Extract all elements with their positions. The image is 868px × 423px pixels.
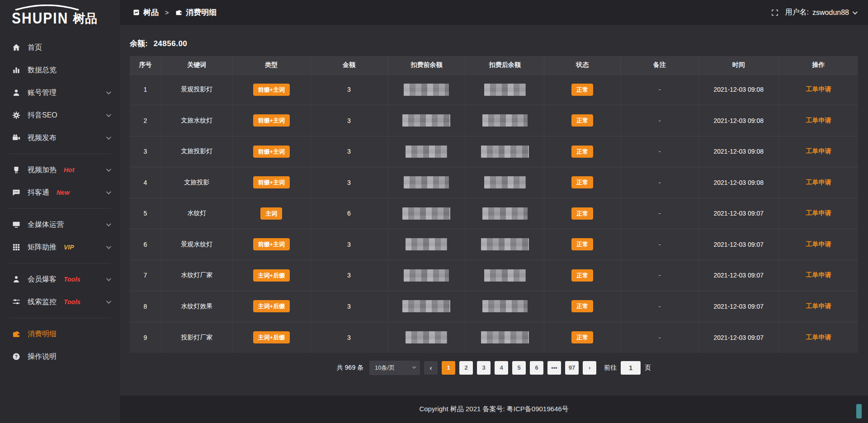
cell-amount: 3	[311, 229, 388, 260]
sidebar-item-instructions[interactable]: ? 操作说明	[0, 345, 120, 368]
cell-keyword: 水纹灯	[161, 198, 232, 229]
sidebar-item-data-overview[interactable]: 数据总览	[0, 59, 120, 81]
ticket-apply-link[interactable]: 工单申请	[806, 334, 831, 341]
status-badge: 正常	[571, 331, 593, 343]
prev-page-button[interactable]: ‹	[424, 361, 438, 375]
sidebar-item-label: 会员爆客	[28, 275, 57, 284]
sidebar-item-video-heat[interactable]: 视频加热 Hot	[0, 159, 120, 181]
sidebar-item-member-boom[interactable]: 会员爆客 Tools	[0, 268, 120, 291]
masked-balance	[404, 176, 449, 188]
cell-remark: -	[621, 105, 698, 136]
user-menu[interactable]: 用户名: zswodun88	[785, 8, 856, 17]
table-row: 8 水纹灯效果 主词+后缀 3 正常 - 2021-12-03 09:07 工单…	[130, 291, 858, 322]
cell-remark: -	[621, 136, 698, 167]
cell-remark: -	[621, 198, 698, 229]
masked-balance	[402, 300, 450, 312]
col-header-status: 状态	[544, 56, 621, 74]
masked-balance	[402, 207, 450, 220]
report-icon	[132, 9, 140, 16]
ticket-apply-link[interactable]: 工单申请	[806, 117, 831, 124]
cell-action: 工单申请	[778, 74, 858, 105]
chevron-down-icon	[106, 135, 111, 140]
page-size-select[interactable]: 10条/页	[369, 361, 420, 375]
table-row: 3 文旅投影灯 前缀+主词 3 正常 - 2021-12-03 09:08 工单…	[130, 136, 858, 167]
cell-no: 7	[130, 260, 161, 291]
sidebar-item-label: 操作说明	[28, 352, 57, 362]
sidebar-menu: 首页 数据总览 账号管理 抖音SEO 视频发布	[0, 30, 120, 423]
gear-icon	[12, 111, 21, 120]
sidebar-divider	[9, 263, 111, 263]
status-badge: 正常	[571, 176, 593, 188]
cell-status: 正常	[544, 105, 621, 136]
col-header-remark: 备注	[621, 56, 698, 74]
cell-keyword: 文旅水纹灯	[161, 105, 232, 136]
ticket-apply-link[interactable]: 工单申请	[806, 147, 831, 155]
sidebar-item-home[interactable]: 首页	[0, 36, 120, 59]
main-content: 余额: 24856.00 序号 关键词 类型 金额 扣费前余额 扣费后余额	[120, 25, 868, 395]
sidebar-item-media-ops[interactable]: 全媒体运营	[0, 213, 120, 236]
cell-time: 2021-12-03 09:07	[698, 198, 778, 229]
sidebar-item-douyin-seo[interactable]: 抖音SEO	[0, 104, 120, 127]
cell-post-balance	[466, 260, 544, 291]
page-button-1[interactable]: 1	[442, 361, 455, 375]
sidebar-item-label: 全媒体运营	[28, 220, 64, 230]
page-button-97[interactable]: 97	[565, 361, 579, 375]
hot-tag: Hot	[64, 166, 74, 174]
breadcrumb-item-home[interactable]: 树品	[132, 7, 159, 18]
sidebar-item-label: 视频发布	[28, 133, 57, 143]
cell-keyword: 文旅投影灯	[161, 136, 232, 167]
cell-amount: 3	[311, 167, 388, 198]
ticket-apply-link[interactable]: 工单申请	[806, 302, 831, 310]
sidebar-item-label: 抖音SEO	[28, 111, 57, 120]
chevron-down-icon	[853, 9, 858, 14]
page-button-6[interactable]: 6	[530, 361, 543, 375]
sidebar-item-label: 矩阵助推	[28, 243, 57, 252]
page-ellipsis-button[interactable]: •••	[547, 361, 561, 375]
ticket-apply-link[interactable]: 工单申请	[806, 85, 831, 93]
logo-text-cn: 树品	[73, 10, 97, 27]
cell-status: 正常	[544, 260, 621, 291]
sidebar-item-matrix-boost[interactable]: 矩阵助推 VIP	[0, 236, 120, 258]
next-page-button[interactable]: ›	[583, 361, 596, 375]
fullscreen-icon[interactable]	[771, 9, 779, 17]
col-header-type: 类型	[232, 56, 310, 74]
ticket-apply-link[interactable]: 工单申请	[806, 271, 831, 278]
heat-icon	[12, 165, 21, 174]
ticket-apply-link[interactable]: 工单申请	[806, 240, 831, 248]
copyright-text: Copyright 树品 2021 备案号: 粤ICP备09019646号	[419, 405, 568, 414]
username-value: zswodun88	[812, 9, 849, 17]
cell-no: 3	[130, 136, 161, 167]
cell-action: 工单申请	[778, 291, 858, 322]
type-badge: 主词+后缀	[253, 331, 290, 343]
ticket-apply-link[interactable]: 工单申请	[806, 179, 831, 186]
col-header-amount: 金额	[311, 56, 388, 74]
sidebar-item-douketong[interactable]: 抖客通 New	[0, 181, 120, 204]
sidebar-item-lead-monitor[interactable]: 线索监控 Tools	[0, 291, 120, 313]
breadcrumb-item-current[interactable]: 消费明细	[175, 7, 217, 18]
breadcrumb-separator: >	[165, 9, 169, 16]
sidebar-item-consumption-detail[interactable]: 消费明细	[0, 323, 120, 345]
cell-type: 前缀+主词	[232, 105, 310, 136]
goto-page-input[interactable]	[621, 361, 641, 375]
table-row: 6 景观水纹灯 前缀+主词 3 正常 - 2021-12-03 09:07 工单…	[130, 229, 858, 260]
floating-widget[interactable]	[856, 404, 862, 418]
sidebar-item-account[interactable]: 账号管理	[0, 81, 120, 104]
cell-pre-balance	[387, 260, 465, 291]
consumption-table: 序号 关键词 类型 金额 扣费前余额 扣费后余额 状态 备注 时间 操作 1	[130, 56, 858, 353]
breadcrumb-label: 树品	[143, 7, 159, 18]
cell-amount: 6	[311, 198, 388, 229]
page-button-2[interactable]: 2	[459, 361, 473, 375]
sidebar-divider	[9, 208, 111, 209]
question-icon: ?	[12, 352, 21, 361]
cell-no: 4	[130, 167, 161, 198]
sidebar-item-label: 账号管理	[28, 88, 57, 98]
sidebar-item-video-publish[interactable]: 视频发布	[0, 127, 120, 149]
page-button-3[interactable]: 3	[477, 361, 491, 375]
page-button-4[interactable]: 4	[495, 361, 508, 375]
ticket-apply-link[interactable]: 工单申请	[806, 209, 831, 216]
footer: Copyright 树品 2021 备案号: 粤ICP备09019646号	[120, 395, 868, 423]
type-badge: 主词+后缀	[253, 269, 290, 282]
status-badge: 正常	[571, 114, 593, 127]
col-header-post-balance: 扣费后余额	[466, 56, 544, 74]
page-button-5[interactable]: 5	[512, 361, 526, 375]
